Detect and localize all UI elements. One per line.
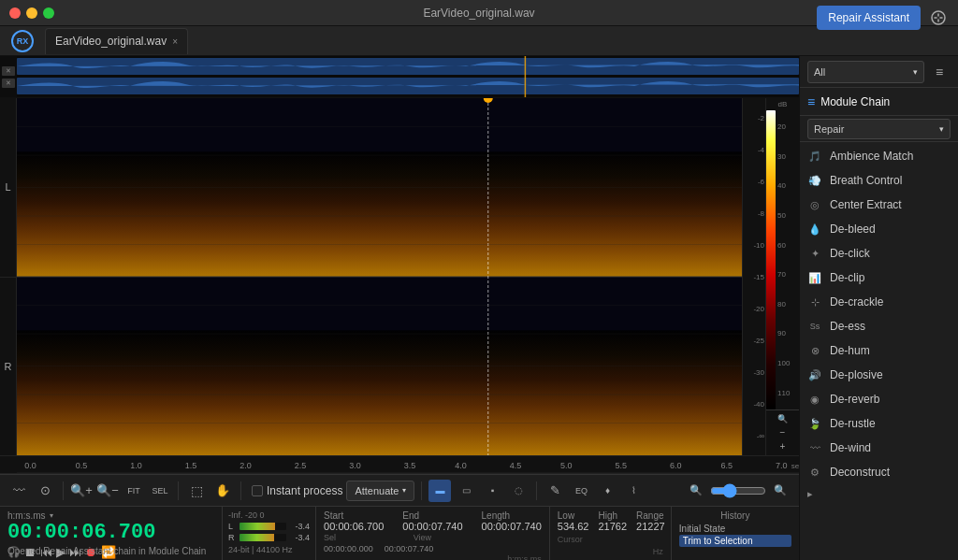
attenuate-dropdown[interactable]: Attenuate ▾ xyxy=(346,481,414,501)
repair-assistant-button[interactable]: Repair Assistant xyxy=(817,6,921,30)
freq-select-button[interactable]: ▭ xyxy=(455,480,477,502)
repair-dropdown[interactable]: Repair ▾ xyxy=(807,119,951,139)
rect-select-button[interactable]: ▪ xyxy=(481,480,503,502)
repair-dropdown-row: Repair ▾ xyxy=(800,116,958,142)
status-message: Opened Repair Assistant chain in Module … xyxy=(7,546,206,556)
panel-filter-header: All ▾ ≡ xyxy=(800,56,958,88)
module-chain-header: ≡ Module Chain xyxy=(800,88,958,116)
module-item-breath-control[interactable]: 💨 Breath Control xyxy=(800,168,958,193)
length-value: 00:00:07.740 xyxy=(482,521,542,532)
panel-menu-button[interactable]: ≡ xyxy=(928,61,951,83)
db-scale: -2 -4 -6 -8 -10 -15 -20 -25 -30 -40 -∞ xyxy=(742,98,765,455)
module-item-de-click[interactable]: ✦ De-click xyxy=(800,241,958,266)
overview-ctrl-x2[interactable]: ✕ xyxy=(2,79,15,88)
repair-label: Repair xyxy=(814,123,844,135)
module-item-de-rustle[interactable]: 🍃 De-rustle xyxy=(800,411,958,436)
svg-rect-7 xyxy=(17,330,742,455)
vertical-zoom-controls: 🔍 − + xyxy=(766,409,799,455)
de-wind-icon: 〰 xyxy=(807,440,822,455)
active-tab[interactable]: EarVideo_original.wav × xyxy=(45,28,188,54)
module-item-de-plosive[interactable]: 🔊 De-plosive xyxy=(800,363,958,387)
zoom-fit-button[interactable]: FIT xyxy=(123,480,145,502)
overview-ctrl-x1[interactable]: ✕ xyxy=(2,66,15,76)
center-extract-icon: ◎ xyxy=(807,197,822,212)
module-item-de-wind[interactable]: 〰 De-wind xyxy=(800,436,958,460)
module-list-expand-button[interactable]: ▸ xyxy=(800,484,958,504)
time-select-button[interactable]: ▬ xyxy=(428,480,451,502)
module-name-de-hum: De-hum xyxy=(830,344,951,357)
module-name-de-clip: De-clip xyxy=(830,271,951,284)
zoom-in-v-button[interactable]: + xyxy=(780,441,786,452)
view-start-value: 00:00:00.000 xyxy=(324,544,373,553)
level-L-fill xyxy=(240,523,274,530)
level-L-row: L -3.4 xyxy=(228,522,310,531)
marker-tool-button[interactable]: ♦ xyxy=(596,480,618,502)
instant-process-checkbox[interactable] xyxy=(252,485,263,496)
filter-dropdown[interactable]: All ▾ xyxy=(807,61,924,83)
history-item-initial[interactable]: Initial State xyxy=(679,523,791,535)
vertical-zoom-icon[interactable]: 🔍 xyxy=(777,414,788,424)
minimize-button[interactable] xyxy=(26,7,37,19)
overview-waveform[interactable] xyxy=(17,56,799,97)
toolbar: 〰 ⊙ 🔍+ 🔍− FIT SEL ⬚ ✋ Instant process xyxy=(0,474,799,506)
svg-text:3.0: 3.0 xyxy=(349,461,361,470)
zoom-selection-button[interactable]: SEL xyxy=(149,480,171,502)
select-tool-button[interactable]: ⬚ xyxy=(185,480,208,502)
overview-section[interactable]: ✕ ✕ xyxy=(0,56,799,98)
svg-point-0 xyxy=(932,11,945,24)
module-item-ambience-match[interactable]: 🎵 Ambience Match xyxy=(800,144,958,168)
de-clip-icon: 📊 xyxy=(807,270,822,285)
zoom-increase-button[interactable]: 🔍 xyxy=(769,480,791,502)
app-logo: RX xyxy=(7,26,37,56)
zoom-decrease-button[interactable]: 🔍 xyxy=(685,480,707,502)
low-value: 534.62 xyxy=(558,521,589,532)
tab-close-button[interactable]: × xyxy=(172,36,178,47)
toolbar-sep-3 xyxy=(240,481,241,500)
level-R-meter xyxy=(240,534,286,541)
length-col: Length 00:00:07.740 xyxy=(482,510,542,532)
toolbar-sep-2 xyxy=(178,481,179,500)
waveform-tool-button[interactable]: 〰 xyxy=(7,480,30,502)
maximize-button[interactable] xyxy=(43,7,54,19)
freq-info: Low 534.62 High 21762 Range 21227 xyxy=(549,507,671,560)
svg-text:0.5: 0.5 xyxy=(76,461,88,470)
module-item-de-bleed[interactable]: 💧 De-bleed xyxy=(800,217,958,241)
right-scale-area: dB 20 30 40 50 60 70 xyxy=(765,98,799,455)
module-item-de-ess[interactable]: Ss De-ess xyxy=(800,314,958,338)
history-item-trim[interactable]: Trim to Selection xyxy=(679,535,791,547)
start-label: Start xyxy=(324,510,384,521)
range-value: 21227 xyxy=(636,521,665,532)
module-name-de-reverb: De-reverb xyxy=(830,393,951,406)
module-item-de-crackle[interactable]: ⊹ De-crackle xyxy=(800,290,958,314)
content-area: ✕ ✕ xyxy=(0,56,799,560)
module-item-center-extract[interactable]: ◎ Center Extract xyxy=(800,193,958,217)
de-click-icon: ✦ xyxy=(807,246,822,261)
sel-view-label: Sel xyxy=(324,533,336,542)
time-unit-row: Sel View xyxy=(324,533,542,542)
close-button[interactable] xyxy=(9,7,21,19)
hand-tool-button[interactable]: ✋ xyxy=(211,480,234,502)
eq-tool-button[interactable]: EQ xyxy=(570,480,592,502)
lasso-select-button[interactable]: ◌ xyxy=(507,480,530,502)
pencil-tool-button[interactable]: ✎ xyxy=(544,480,566,502)
time-format-dropdown-icon[interactable]: ▾ xyxy=(50,511,53,520)
module-name-de-crackle: De-crackle xyxy=(830,295,951,309)
scrub-tool-button[interactable]: ⊙ xyxy=(34,480,56,502)
spectrogram-section[interactable]: L R xyxy=(0,98,799,455)
module-item-de-clip[interactable]: 📊 De-clip xyxy=(800,266,958,290)
time-ruler: 0.0 0.5 1.0 1.5 2.0 2.5 3.0 3.5 4.0 4.5 … xyxy=(0,455,799,474)
fade-tool-button[interactable]: ⌇ xyxy=(622,480,645,502)
module-item-de-reverb[interactable]: ◉ De-reverb xyxy=(800,387,958,411)
zoom-in-h-button[interactable]: 🔍+ xyxy=(70,480,93,502)
ambience-match-icon: 🎵 xyxy=(807,149,822,164)
level-R-row: R -3.4 xyxy=(228,533,310,542)
zoom-slider[interactable] xyxy=(710,483,766,498)
spectrogram-display[interactable] xyxy=(17,98,742,455)
panel-settings-icon[interactable] xyxy=(926,6,951,30)
module-chain-title: Module Chain xyxy=(820,95,890,108)
zoom-out-h-button[interactable]: 🔍− xyxy=(96,480,119,502)
module-item-deconstruct[interactable]: ⚙ Deconstruct xyxy=(800,460,958,484)
zoom-out-v-button[interactable]: − xyxy=(780,427,786,438)
module-item-de-hum[interactable]: ⊗ De-hum xyxy=(800,338,958,363)
svg-text:4.5: 4.5 xyxy=(510,461,522,470)
